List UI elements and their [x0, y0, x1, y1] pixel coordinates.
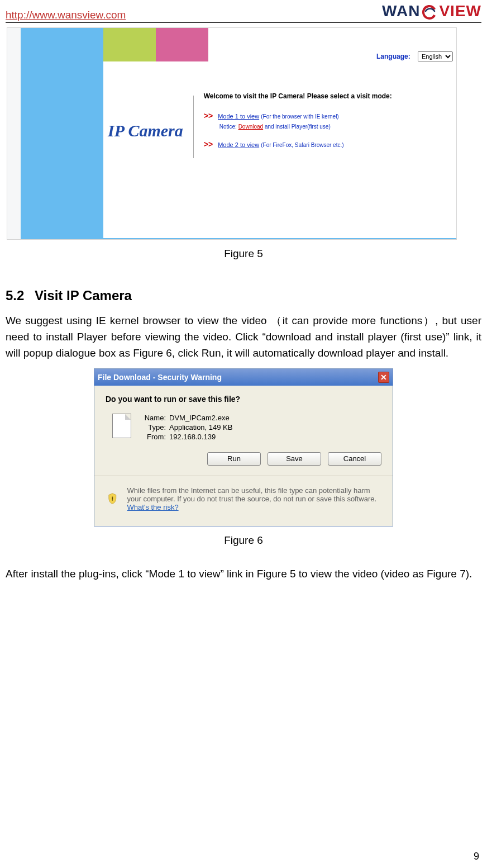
whats-the-risk-link[interactable]: What's the risk?: [127, 503, 179, 511]
mode2-row: >> Mode 2 to view (For FireFox, Safari B…: [204, 140, 392, 149]
mode2-hint: (For FireFox, Safari Browser etc.): [261, 142, 343, 148]
cancel-button[interactable]: Cancel: [328, 452, 381, 466]
type-label: Type:: [137, 423, 169, 431]
divider-vline: [193, 96, 194, 158]
arrow-icon: >>: [204, 111, 213, 120]
figure-5-caption: Figure 5: [6, 248, 481, 260]
dialog-question: Do you want to run or save this file?: [106, 395, 381, 404]
page-number: 9: [474, 851, 479, 862]
bar-grey: [7, 28, 21, 239]
download-dialog: File Download - Security Warning ✕ Do yo…: [94, 368, 393, 527]
ipcamera-title: IP Camera: [108, 121, 183, 140]
close-icon[interactable]: ✕: [378, 372, 389, 383]
svg-point-0: [112, 496, 113, 497]
language-label: Language:: [376, 53, 410, 60]
section-number: 5.2: [6, 288, 24, 303]
mode1-row: >> Mode 1 to view (For the browser with …: [204, 111, 392, 120]
dialog-titlebar: File Download - Security Warning ✕: [94, 369, 393, 386]
page-header: http://www.wansview.com WANVIEW: [6, 2, 481, 23]
dialog-warning-text: While files from the Internet can be use…: [127, 486, 377, 503]
header-url-link[interactable]: http://www.wansview.com: [6, 9, 126, 21]
figure-5-screenshot: Language: English IP Camera Welcome to v…: [7, 27, 457, 240]
section-heading: 5.2 Visit IP Camera: [6, 288, 481, 303]
brand-logo: WANVIEW: [382, 2, 481, 21]
language-row: Language: English: [376, 51, 453, 61]
download-rest: and install Player(first use): [265, 124, 331, 130]
section-title: Visit IP Camera: [35, 288, 132, 303]
mode1-link[interactable]: Mode 1 to view: [218, 113, 259, 120]
arrow-icon: >>: [204, 140, 213, 149]
notice-row: Notice: Download and install Player(firs…: [219, 124, 392, 130]
name-label: Name:: [137, 414, 169, 422]
dialog-warning: While files from the Internet can be use…: [106, 476, 381, 523]
dialog-title-text: File Download - Security Warning: [98, 373, 222, 382]
save-button[interactable]: Save: [268, 452, 321, 466]
svg-point-1: [112, 500, 113, 501]
type-value: Application, 149 KB: [169, 423, 381, 431]
bar-blue: [21, 28, 103, 239]
after-paragraph: After install the plug-ins, click “Mode …: [6, 566, 481, 582]
svg-rect-2: [112, 498, 113, 500]
mode1-hint: (For the browser with IE kernel): [261, 113, 339, 120]
section-paragraph-1: We suggest using IE kernel browser to vi…: [6, 312, 481, 362]
blue-baseline: [103, 238, 456, 239]
figure-6-caption: Figure 6: [6, 534, 481, 547]
run-button[interactable]: Run: [207, 452, 261, 466]
name-value: DVM_IPCam2.exe: [169, 414, 381, 422]
mode2-link[interactable]: Mode 2 to view: [218, 141, 259, 148]
swirl-icon: [421, 3, 438, 21]
welcome-text: Welcome to visit the IP Camera! Please s…: [204, 92, 392, 100]
from-label: From:: [137, 433, 169, 441]
shield-warning-icon: [108, 486, 117, 511]
figure-6-dialog-wrap: File Download - Security Warning ✕ Do yo…: [94, 368, 393, 527]
from-value: 192.168.0.139: [169, 433, 381, 441]
notice-prefix: Notice:: [219, 124, 237, 130]
file-icon: [112, 414, 131, 438]
logo-text-right: VIEW: [439, 2, 481, 20]
download-link[interactable]: Download: [238, 124, 263, 130]
language-select[interactable]: English: [418, 51, 453, 61]
logo-text-left: WAN: [382, 2, 420, 20]
dialog-file-info: Name: DVM_IPCam2.exe Type: Application, …: [137, 414, 381, 441]
dialog-buttons: Run Save Cancel: [106, 452, 381, 466]
mode-list: Welcome to visit the IP Camera! Please s…: [204, 92, 392, 152]
